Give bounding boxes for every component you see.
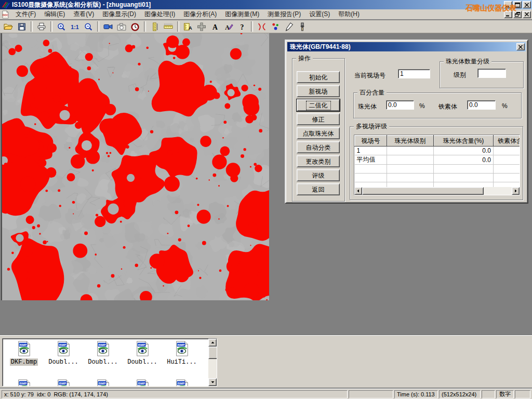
dialog-close-button[interactable] <box>516 43 525 50</box>
horizontal-ruler-icon[interactable] <box>162 21 175 32</box>
table-row[interactable]: 1 0.0 <box>355 147 521 155</box>
op-button-label: 自动分类 <box>303 143 334 152</box>
status-spare <box>349 390 393 398</box>
text-annotate-icon[interactable]: A <box>208 21 222 32</box>
dialog-title-bar[interactable]: 珠光体(GB/T9441-88) <box>287 42 526 51</box>
menu-item-7[interactable]: 测量报告(P) <box>263 9 305 19</box>
mdi-restore-button[interactable] <box>513 11 522 18</box>
menu-item-5[interactable]: 图像分析(A) <box>179 9 221 19</box>
op-button-7[interactable]: 评级 <box>297 169 340 181</box>
menu-items: 文件(F)编辑(E)查看(V)图像显示(D)图像处理(I)图像分析(A)图像测量… <box>11 10 364 19</box>
file-list[interactable]: BMPDKF.bmpBMPDoubl...BMPDoubl...BMPDoubl… <box>2 338 217 387</box>
status-spare <box>482 390 495 398</box>
table-row[interactable]: 平均值 0.0 <box>355 155 521 165</box>
close-button[interactable] <box>523 1 531 8</box>
scroll-down-icon[interactable] <box>208 378 217 386</box>
table-column-3[interactable]: 铁素体含量(%) <box>494 136 521 147</box>
document-icon[interactable]: DOC <box>1 10 9 19</box>
video-camera-icon[interactable] <box>101 21 115 32</box>
svg-text:BMP: BMP <box>59 343 66 347</box>
grade-input[interactable] <box>477 69 506 78</box>
point-marker-icon[interactable] <box>269 21 282 32</box>
curve-tool-icon[interactable] <box>255 21 269 32</box>
current-field-input[interactable] <box>398 69 430 78</box>
ferrite-percent-unit: % <box>502 102 508 110</box>
op-button-label: 评级 <box>309 171 328 180</box>
file-item[interactable]: BMP <box>84 379 122 387</box>
op-button-1[interactable]: 新视场 <box>297 85 340 97</box>
file-item[interactable]: BMPDoubl... <box>45 341 82 366</box>
ferrite-percent-input[interactable] <box>467 100 496 110</box>
hscroll-thumb[interactable] <box>362 187 484 195</box>
table-column-2[interactable]: 珠光体含量(%) <box>434 136 494 147</box>
help-icon[interactable]: ? <box>235 21 249 32</box>
file-list-scrollbar[interactable] <box>208 339 217 386</box>
minimize-button[interactable] <box>504 1 512 8</box>
menu-item-4[interactable]: 图像处理(I) <box>140 9 179 19</box>
open-file-icon[interactable] <box>2 21 15 32</box>
file-item[interactable]: BMP <box>5 379 43 387</box>
table-hscrollbar[interactable] <box>354 187 520 195</box>
vertical-ruler-icon[interactable] <box>148 21 162 32</box>
table-row[interactable] <box>355 165 521 174</box>
scroll-left-icon[interactable] <box>354 187 362 195</box>
zoom-in-icon[interactable] <box>55 21 68 32</box>
file-item[interactable]: BMP <box>163 379 201 387</box>
menu-item-1[interactable]: 编辑(E) <box>40 9 69 19</box>
file-name: DKF.bmp <box>10 358 38 366</box>
op-button-4[interactable]: 点取珠光体 <box>297 127 340 139</box>
grade-label: 级别 <box>454 71 466 79</box>
measure-text-icon[interactable]: A <box>181 21 195 32</box>
file-item[interactable]: BMP <box>45 379 82 387</box>
svg-text:DOC: DOC <box>3 14 9 17</box>
menu-item-9[interactable]: 帮助(H) <box>334 9 364 19</box>
maximize-button[interactable] <box>513 1 522 8</box>
rating-table[interactable]: 视场号珠光体级别珠光体含量(%)铁素体含量(%) 1 0.0 平均值 0.0 <box>354 135 520 195</box>
print-icon[interactable] <box>35 21 48 32</box>
grade-group-label: 珠光体数量分级 <box>444 58 491 65</box>
photo-camera-icon[interactable] <box>115 21 128 32</box>
current-field-label: 当前视场号 <box>354 71 385 80</box>
pearlite-percent-input[interactable] <box>386 100 414 110</box>
file-name: Doubl... <box>126 358 158 366</box>
file-name: Doubl... <box>47 358 79 366</box>
svg-text:BMP: BMP <box>138 381 145 385</box>
vscroll-thumb[interactable] <box>208 347 217 359</box>
mdi-close-button[interactable] <box>523 11 531 18</box>
op-button-5[interactable]: 自动分类 <box>297 141 340 153</box>
table-column-0[interactable]: 视场号 <box>355 136 387 147</box>
file-item[interactable]: BMPDoubl... <box>84 341 122 366</box>
table-column-1[interactable]: 珠光体级别 <box>387 136 434 147</box>
file-item[interactable]: BMPDoubl... <box>124 341 161 366</box>
move-cross-icon[interactable] <box>195 21 208 32</box>
pen-tool-icon[interactable] <box>282 21 296 32</box>
op-button-3[interactable]: 修正 <box>297 113 340 125</box>
menu-item-0[interactable]: 文件(F) <box>11 9 40 19</box>
file-item[interactable]: BMP <box>124 379 161 387</box>
table-row[interactable] <box>355 174 521 182</box>
scroll-right-icon[interactable] <box>512 187 520 195</box>
op-button-8[interactable]: 返回 <box>297 183 340 195</box>
op-button-2[interactable]: 二值化 <box>297 99 340 111</box>
menu-item-8[interactable]: 设置(S) <box>305 9 334 19</box>
menu-bar: DOC 文件(F)编辑(E)查看(V)图像显示(D)图像处理(I)图像分析(A)… <box>0 9 532 20</box>
toolbar-separator <box>144 21 146 32</box>
actual-size-icon[interactable]: 1:1 <box>68 21 82 32</box>
zoom-out-icon[interactable] <box>82 21 95 32</box>
save-icon[interactable] <box>15 21 29 32</box>
pearlite-percent-label: 珠光体 <box>358 102 377 111</box>
mdi-minimize-button[interactable] <box>504 11 512 18</box>
brush-tool-icon[interactable] <box>296 21 309 32</box>
file-item[interactable]: BMPDKF.bmp <box>5 341 43 366</box>
specimen-image[interactable] <box>1 33 269 300</box>
file-item[interactable]: BMPHuiTi... <box>163 341 201 366</box>
scroll-up-icon[interactable] <box>208 339 217 347</box>
menu-item-2[interactable]: 查看(V) <box>69 9 98 19</box>
text-edit-icon[interactable]: A <box>222 21 235 32</box>
timer-icon[interactable] <box>128 21 142 32</box>
svg-text:A: A <box>212 23 218 31</box>
op-button-6[interactable]: 更改类别 <box>297 155 340 167</box>
menu-item-6[interactable]: 图像测量(M) <box>221 9 263 19</box>
op-button-0[interactable]: 初始化 <box>297 71 340 83</box>
menu-item-3[interactable]: 图像显示(D) <box>98 9 140 19</box>
